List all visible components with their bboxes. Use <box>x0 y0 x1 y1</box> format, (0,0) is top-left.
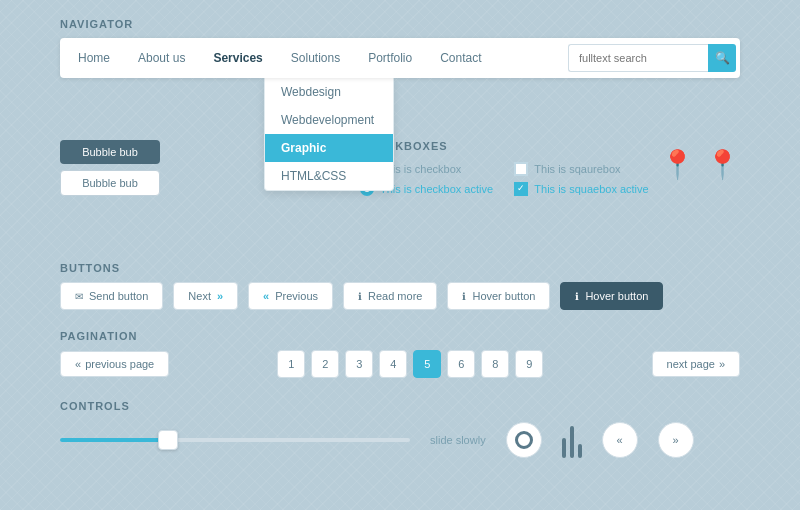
nav-about[interactable]: About us <box>124 38 199 78</box>
page-8[interactable]: 8 <box>481 350 509 378</box>
nav-bar: Home About us Services Solutions Portfol… <box>60 38 740 78</box>
toggle-button[interactable] <box>506 422 542 458</box>
mixer-bar-3 <box>578 444 582 458</box>
circle-right-icon: » <box>673 434 679 446</box>
next-label: Next <box>188 290 211 302</box>
previous-button[interactable]: « Previous <box>248 282 333 310</box>
navigator-title: NAVIGATOR <box>60 18 740 30</box>
mixer-bar-2 <box>570 426 574 458</box>
slider-fill <box>60 438 165 442</box>
hover2-label: Hover button <box>585 290 648 302</box>
controls-section: CONTROLS slide slowly « » <box>60 400 740 458</box>
pagination-row: « previous page 1 2 3 4 5 6 8 9 next pag… <box>60 350 740 378</box>
prev-page-chevron: « <box>75 358 81 370</box>
next-page-chevron: » <box>719 358 725 370</box>
nav-portfolio[interactable]: Portfolio <box>354 38 426 78</box>
next-page-label: next page <box>667 358 715 370</box>
mixer-bar-1 <box>562 438 566 458</box>
nav-contact[interactable]: Contact <box>426 38 495 78</box>
slider-thumb[interactable] <box>158 430 178 450</box>
page-9[interactable]: 9 <box>515 350 543 378</box>
hover-button-2[interactable]: ℹ Hover button <box>560 282 663 310</box>
buttons-section: BUTTONS ✉ Send button Next » « Previous … <box>60 262 740 310</box>
slider-track <box>60 438 410 442</box>
circle-left-icon: « <box>617 434 623 446</box>
readmore-label: Read more <box>368 290 422 302</box>
readmore-icon: ℹ <box>358 291 362 302</box>
controls-row: slide slowly « » <box>60 422 740 458</box>
dropdown-webdesign[interactable]: Webdesign <box>265 78 393 106</box>
page-1[interactable]: 1 <box>277 350 305 378</box>
pagination-title: PAGINATION <box>60 330 740 342</box>
next-chevron-icon: » <box>217 290 223 302</box>
hover1-label: Hover button <box>472 290 535 302</box>
prev-page-label: previous page <box>85 358 154 370</box>
dropdown-html[interactable]: HTML&CSS <box>265 162 393 190</box>
circle-right-button[interactable]: » <box>658 422 694 458</box>
mixer-icon[interactable] <box>562 422 582 458</box>
next-button[interactable]: Next » <box>173 282 238 310</box>
slide-label: slide slowly <box>430 434 486 446</box>
send-button[interactable]: ✉ Send button <box>60 282 163 310</box>
nav-solutions[interactable]: Solutions <box>277 38 354 78</box>
dropdown-webdev[interactable]: Webdevelopment <box>265 106 393 134</box>
search-icon: 🔍 <box>715 51 730 65</box>
controls-title: CONTROLS <box>60 400 740 412</box>
dropdown-graphic[interactable]: Graphic <box>265 134 393 162</box>
prev-chevron-icon: « <box>263 290 269 302</box>
page-2[interactable]: 2 <box>311 350 339 378</box>
dropdown-menu: Webdesign Webdevelopment Graphic HTML&CS… <box>264 78 394 191</box>
read-more-button[interactable]: ℹ Read more <box>343 282 437 310</box>
buttons-title: BUTTONS <box>60 262 740 274</box>
circle-left-button[interactable]: « <box>602 422 638 458</box>
hover-button-1[interactable]: ℹ Hover button <box>447 282 550 310</box>
nav-search-area: 🔍 <box>568 44 736 72</box>
page-6[interactable]: 6 <box>447 350 475 378</box>
dropdown-area: Webdesign Webdevelopment Graphic HTML&CS… <box>60 78 740 191</box>
next-page-button[interactable]: next page » <box>652 351 740 377</box>
nav-home[interactable]: Home <box>64 38 124 78</box>
prev-label: Previous <box>275 290 318 302</box>
pagination-section: PAGINATION « previous page 1 2 3 4 5 6 8… <box>60 330 740 378</box>
send-label: Send button <box>89 290 148 302</box>
hover1-icon: ℹ <box>462 291 466 302</box>
page-3[interactable]: 3 <box>345 350 373 378</box>
search-button[interactable]: 🔍 <box>708 44 736 72</box>
search-input[interactable] <box>568 44 708 72</box>
toggle-inner <box>515 431 533 449</box>
page-5[interactable]: 5 <box>413 350 441 378</box>
send-icon: ✉ <box>75 291 83 302</box>
page-4[interactable]: 4 <box>379 350 407 378</box>
nav-services[interactable]: Services <box>199 38 276 78</box>
buttons-row: ✉ Send button Next » « Previous ℹ Read m… <box>60 282 740 310</box>
prev-page-button[interactable]: « previous page <box>60 351 169 377</box>
hover2-icon: ℹ <box>575 291 579 302</box>
